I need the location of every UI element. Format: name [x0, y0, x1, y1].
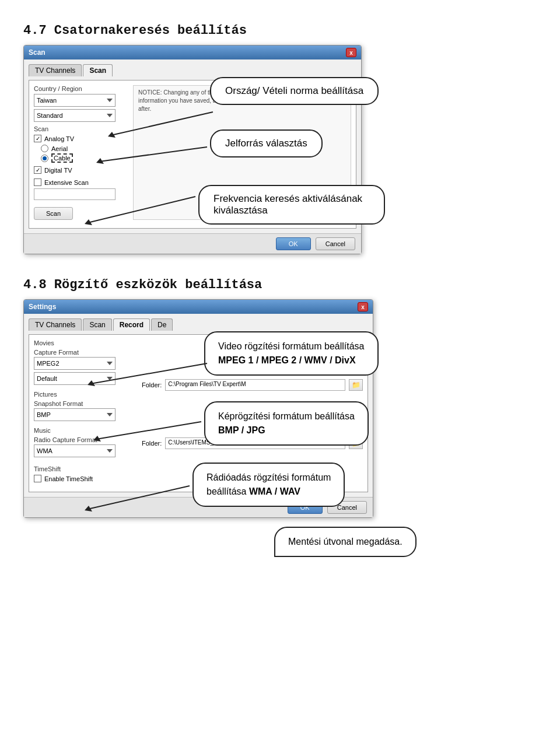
standard-value: Standard [37, 112, 63, 119]
timeshift-folder-label: Folder: [142, 440, 162, 447]
extensive-input[interactable] [34, 188, 116, 200]
tab-tv-channels[interactable]: TV Channels [29, 64, 82, 76]
radio-capture-select[interactable]: WMA [34, 444, 116, 457]
scan-dialog: Scan x TV Channels Scan Country / Region… [23, 45, 362, 254]
capture-format-value: MPEG2 [37, 360, 60, 367]
settings-layout: Movies Capture Format MPEG2 Default [34, 339, 363, 487]
snapshot-format-arrow-icon [107, 413, 113, 416]
aerial-radio[interactable] [41, 145, 48, 152]
scan-tabs: TV Channels Scan [29, 64, 356, 76]
movie-folder-row: Folder: C:\Program Files\TV Expert\M 📁 [142, 379, 363, 391]
quality-value: Default [37, 375, 57, 382]
tab-settings-tv-channels[interactable]: TV Channels [29, 318, 82, 331]
pictures-title: Pictures [34, 391, 136, 398]
scan-close-button[interactable]: x [346, 48, 356, 57]
timeshift-folder-value: C:\Users\ITEMS_~1\AppDat [168, 439, 241, 446]
settings-dialog: Settings x TV Channels Scan Record De Mo… [23, 299, 373, 518]
section-2-heading: 4.8 Rögzítő eszközök beállítása [23, 278, 537, 292]
snapshot-format-value: BMP [37, 411, 51, 418]
callout-7-text: Mentési útvonal megadása. [288, 537, 402, 547]
callout-7-container: Mentési útvonal megadása. [274, 527, 416, 557]
timeshift-folder-row: Folder: C:\Users\ITEMS_~1\AppDat 📁 [142, 437, 363, 449]
capture-format-arrow-icon [107, 362, 113, 365]
enable-timeshift-row: Enable TimeShift [34, 475, 136, 482]
country-select[interactable]: Taiwan [34, 94, 116, 107]
settings-right-column: Folder: C:\Program Files\TV Expert\M 📁 F… [142, 339, 363, 487]
movie-folder-value: C:\Program Files\TV Expert\M [168, 381, 246, 387]
settings-cancel-button[interactable]: Cancel [327, 501, 367, 514]
movie-folder-label: Folder: [142, 381, 162, 388]
country-value: Taiwan [37, 97, 57, 104]
digital-tv-checkbox[interactable]: ✓ [34, 166, 41, 174]
movies-title: Movies [34, 339, 136, 346]
analog-tv-checkbox[interactable]: ✓ [34, 135, 41, 142]
scan-dialog-title: Scan [29, 48, 46, 57]
timeshift-group: TimeShift Enable TimeShift [34, 465, 136, 482]
enable-timeshift-label: Enable TimeShift [44, 475, 93, 482]
tab-settings-de[interactable]: De [151, 318, 173, 331]
capture-format-select[interactable]: MPEG2 [34, 357, 116, 370]
section-1-heading: 4.7 Csatornakeresés beállítás [23, 23, 537, 38]
aerial-row: Aerial [41, 145, 127, 152]
settings-left-column: Movies Capture Format MPEG2 Default [34, 339, 136, 487]
settings-ok-button[interactable]: OK [288, 501, 323, 514]
timeshift-folder-input[interactable]: C:\Users\ITEMS_~1\AppDat [165, 437, 345, 449]
scan-section-label: Scan [34, 125, 127, 132]
capture-format-label: Capture Format [34, 349, 136, 356]
cable-row: Cable [41, 153, 127, 163]
radio-capture-label: Radio Capture Format [34, 436, 136, 443]
notice-box: NOTICE: Changing any of the settings on … [133, 85, 351, 220]
quality-select[interactable]: Default [34, 372, 116, 385]
movie-folder-input[interactable]: C:\Program Files\TV Expert\M [165, 379, 345, 391]
music-group: Music Radio Capture Format WMA [34, 427, 136, 457]
cable-label: Cable [51, 153, 73, 163]
scan-tab-panel: Country / Region Taiwan Standard Scan [29, 80, 356, 229]
snapshot-format-label: Snapshot Format [34, 400, 136, 407]
scan-cancel-button[interactable]: Cancel [316, 237, 355, 250]
section-2: 4.8 Rögzítő eszközök beállítása Settings… [23, 278, 537, 518]
music-title: Music [34, 427, 136, 434]
settings-tab-panel: Movies Capture Format MPEG2 Default [29, 334, 368, 492]
enable-timeshift-checkbox[interactable] [34, 475, 41, 482]
scan-ok-button[interactable]: OK [276, 237, 311, 250]
radio-capture-arrow-icon [107, 449, 113, 453]
tab-settings-scan[interactable]: Scan [83, 318, 111, 331]
digital-tv-row: ✓ Digital TV [34, 166, 127, 174]
tab-scan[interactable]: Scan [83, 64, 113, 76]
snapshot-format-select[interactable]: BMP [34, 408, 116, 421]
settings-close-button[interactable]: x [358, 302, 368, 311]
settings-dialog-bottom-bar: OK Cancel [24, 497, 373, 517]
analog-tv-row: ✓ Analog TV [34, 135, 127, 142]
section-1: 4.7 Csatornakeresés beállítás Scan x TV … [23, 23, 537, 254]
radio-capture-value: WMA [37, 447, 52, 454]
scan-left-panel: Country / Region Taiwan Standard Scan [34, 85, 127, 220]
callout-7: Mentési útvonal megadása. [274, 527, 416, 557]
scan-dialog-titlebar: Scan x [24, 45, 361, 59]
aerial-label: Aerial [51, 145, 68, 152]
cable-radio-dot [43, 156, 47, 160]
extensive-checkbox-row: Extensive Scan [34, 178, 127, 186]
pictures-group: Pictures Snapshot Format BMP [34, 391, 136, 421]
country-label: Country / Region [34, 85, 127, 92]
scan-button[interactable]: Scan [34, 207, 73, 220]
settings-tabs: TV Channels Scan Record De [29, 318, 368, 331]
timeshift-folder-browse-button[interactable]: 📁 [349, 437, 363, 449]
movies-group: Movies Capture Format MPEG2 Default [34, 339, 136, 385]
extensive-scan-row: Extensive Scan Scan [34, 178, 127, 220]
scan-dialog-bottom-bar: OK Cancel [24, 233, 361, 254]
analog-tv-label: Analog TV [44, 135, 74, 142]
timeshift-title: TimeShift [34, 465, 136, 472]
country-arrow-icon [107, 99, 113, 102]
digital-tv-label: Digital TV [44, 167, 72, 174]
tab-settings-record[interactable]: Record [113, 318, 150, 331]
quality-arrow-icon [107, 377, 113, 380]
extensive-label: Extensive Scan [44, 179, 89, 186]
cable-radio[interactable] [41, 155, 48, 162]
settings-title: Settings [29, 303, 56, 311]
movie-folder-browse-button[interactable]: 📁 [349, 379, 363, 391]
standard-select[interactable]: Standard [34, 109, 116, 122]
settings-titlebar: Settings x [24, 300, 373, 314]
standard-arrow-icon [107, 114, 113, 117]
extensive-checkbox[interactable] [34, 178, 41, 186]
